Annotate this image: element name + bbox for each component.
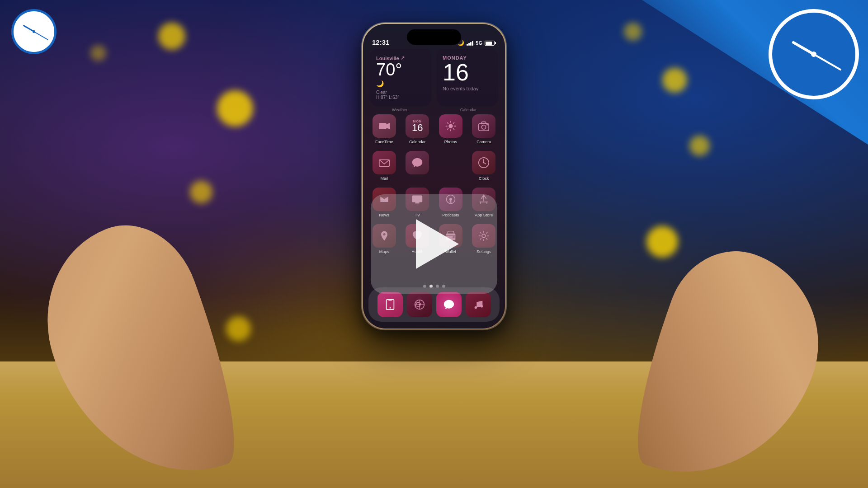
svg-line-10: [447, 128, 448, 130]
dock-phone[interactable]: [377, 292, 403, 317]
signal-bar-2: [468, 43, 470, 46]
svg-point-30: [389, 307, 391, 309]
app-tv[interactable]: TV: [403, 188, 431, 217]
calendar-date: 16: [443, 61, 492, 84]
svg-point-29: [482, 234, 486, 238]
svg-rect-28: [453, 236, 454, 238]
bokeh-light: [217, 90, 253, 127]
app-wallet[interactable]: Wallet: [437, 224, 465, 254]
svg-point-13: [486, 124, 488, 126]
svg-line-8: [453, 128, 454, 130]
app-wallet-label: Wallet: [445, 249, 456, 254]
calendar-no-events: No events today: [443, 86, 492, 91]
minute-hand-large: [813, 53, 842, 70]
status-icons: 🌙 5G: [458, 40, 496, 46]
svg-point-18: [483, 162, 485, 164]
app-maps[interactable]: Maps: [370, 224, 398, 254]
app-camera[interactable]: Camera: [470, 114, 498, 144]
svg-line-7: [447, 122, 448, 124]
calendar-label: Calendar: [436, 108, 500, 112]
app-facetime-label: FaceTime: [375, 140, 393, 144]
bokeh-light: [90, 45, 106, 61]
app-photos-label: Photos: [444, 140, 457, 144]
bokeh-light: [158, 23, 185, 50]
bokeh-light: [624, 23, 642, 41]
app-maps-label: Maps: [379, 249, 389, 254]
app-mail[interactable]: Mail: [370, 151, 398, 181]
phone-screen[interactable]: 12:31 🌙 5G: [363, 24, 505, 328]
app-settings-label: Settings: [476, 249, 491, 254]
app-messages[interactable]: [403, 151, 431, 181]
weather-label: Weather: [368, 108, 432, 112]
svg-marker-1: [387, 123, 390, 129]
svg-point-37: [474, 306, 477, 309]
app-grid: FaceTime MON 16 Calendar Photos: [368, 114, 500, 261]
app-news[interactable]: News: [370, 188, 398, 217]
weather-widget[interactable]: Louisville ↗ 70° 🌙 Clear H:87° L:63°: [370, 49, 432, 106]
app-mail-label: Mail: [380, 176, 388, 181]
dock-music[interactable]: [466, 292, 491, 317]
app-row-2: Mail: [368, 151, 500, 181]
status-time: 12:31: [372, 38, 389, 46]
clock-center-dot: [33, 30, 35, 33]
app-calendar-label: Calendar: [409, 140, 426, 144]
svg-rect-31: [388, 300, 392, 301]
signal-bar-3: [470, 42, 472, 46]
signal-bar-1: [467, 44, 468, 46]
signal-bars: [467, 40, 473, 46]
app-row-3: News TV: [368, 188, 500, 217]
app-empty: [437, 151, 465, 181]
calendar-widget[interactable]: MONDAY 16 No events today: [436, 49, 498, 106]
clock-center-dot-large: [811, 52, 816, 57]
app-podcasts-label: Podcasts: [442, 213, 459, 217]
svg-rect-21: [412, 196, 422, 202]
bokeh-light: [190, 181, 212, 203]
dock-messages[interactable]: [436, 292, 462, 317]
bokeh-light: [689, 136, 710, 156]
dock-safari[interactable]: [407, 292, 432, 317]
app-clock[interactable]: Clock: [470, 151, 498, 181]
svg-point-12: [482, 125, 486, 129]
app-health-label: Health: [411, 249, 423, 254]
svg-point-38: [480, 305, 483, 308]
weather-temperature: 70°: [376, 61, 425, 78]
app-health[interactable]: Health: [403, 224, 431, 254]
signal-bar-4: [472, 41, 473, 46]
app-podcasts[interactable]: Podcasts: [437, 188, 465, 217]
weather-moon-icon: 🌙: [376, 80, 425, 87]
app-settings[interactable]: Settings: [470, 224, 498, 254]
app-photos[interactable]: Photos: [437, 114, 465, 144]
battery-icon: [485, 41, 496, 46]
app-appstore-label: App Store: [475, 213, 493, 217]
svg-rect-0: [379, 123, 387, 129]
app-news-label: News: [379, 213, 389, 217]
widget-labels: Weather Calendar: [368, 108, 500, 112]
clock-icon-large: [769, 9, 859, 99]
weather-condition: Clear: [376, 90, 425, 95]
phone-frame: 12:31 🌙 5G: [362, 23, 506, 330]
app-row-1: FaceTime MON 16 Calendar Photos: [368, 114, 500, 144]
app-facetime[interactable]: FaceTime: [370, 114, 398, 144]
svg-line-9: [453, 122, 454, 124]
app-appstore[interactable]: App Store: [470, 188, 498, 217]
widgets-area: Louisville ↗ 70° 🌙 Clear H:87° L:63° MON…: [370, 49, 498, 106]
right-hand: [616, 233, 845, 488]
minute-hand: [34, 31, 48, 40]
app-clock-label: Clock: [479, 176, 489, 181]
bokeh-light: [662, 68, 687, 93]
svg-point-25: [449, 198, 452, 201]
app-tv-label: TV: [415, 213, 420, 217]
app-calendar[interactable]: MON 16 Calendar: [403, 114, 431, 144]
svg-point-26: [383, 233, 385, 235]
clock-icon-small: [11, 9, 57, 54]
weather-highlow: H:87° L:63°: [376, 95, 425, 100]
app-camera-label: Camera: [476, 140, 491, 144]
svg-point-2: [448, 124, 453, 128]
dynamic-island: [407, 29, 461, 45]
left-hand: [19, 207, 257, 488]
phone-container: 12:31 🌙 5G: [362, 23, 506, 330]
app-row-4: Maps Health: [368, 224, 500, 254]
svg-point-36: [419, 304, 420, 305]
network-type: 5G: [476, 40, 482, 46]
dock: [368, 287, 500, 322]
